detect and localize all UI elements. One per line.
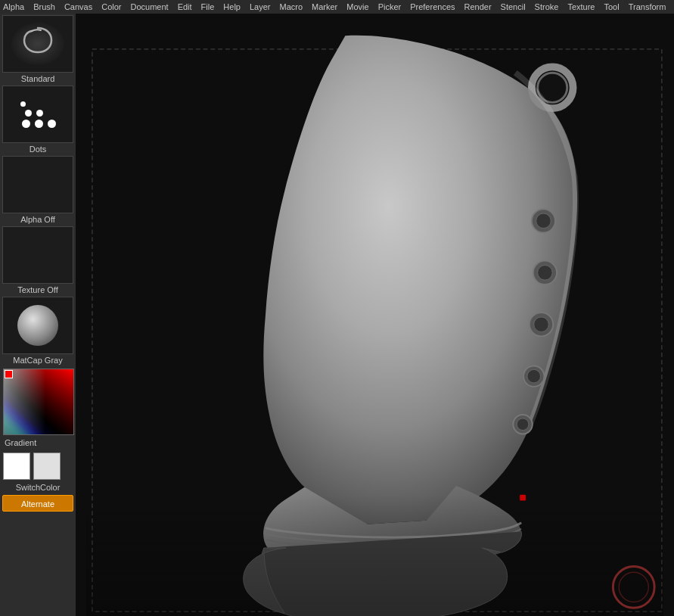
alternate-label: Alternate — [21, 499, 54, 509]
svg-point-6 — [536, 213, 551, 229]
viewport[interactable] — [76, 14, 674, 616]
menu-bar: Alpha Brush Canvas Color Document Edit F… — [0, 0, 674, 14]
brush-swirl-icon — [8, 20, 68, 67]
3d-model-viewport — [76, 14, 674, 616]
svg-point-8 — [538, 265, 553, 280]
menu-stroke[interactable]: Stroke — [535, 2, 559, 11]
menu-tool[interactable]: Tool — [604, 2, 619, 11]
menu-layer[interactable]: Layer — [250, 2, 271, 11]
svg-rect-15 — [86, 495, 663, 616]
stroke-label: Dots — [2, 143, 74, 155]
menu-brush[interactable]: Brush — [33, 2, 55, 11]
svg-rect-16 — [520, 495, 526, 501]
matcap-preview — [2, 297, 73, 354]
menu-canvas[interactable]: Canvas — [64, 2, 92, 11]
matcap-sphere-icon — [17, 305, 58, 346]
color-picker[interactable] — [3, 369, 74, 435]
menu-transform[interactable]: Transform — [629, 2, 666, 11]
menu-edit[interactable]: Edit — [178, 2, 192, 11]
alpha-preview — [2, 156, 73, 213]
switch-color-row — [2, 451, 74, 481]
menu-file[interactable]: File — [201, 2, 215, 11]
svg-point-12 — [527, 369, 541, 383]
svg-point-10 — [534, 317, 549, 332]
color-cursor — [5, 370, 13, 378]
menu-texture[interactable]: Texture — [567, 2, 595, 11]
menu-marker[interactable]: Marker — [312, 2, 337, 11]
brush-preview — [2, 15, 73, 73]
color-picker-section: Gradient — [2, 367, 74, 450]
sidebar: Standard — [0, 14, 76, 616]
gradient-label: Gradient — [3, 437, 38, 448]
matcap-label: MatCap Gray — [2, 354, 74, 366]
menu-help[interactable]: Help — [223, 2, 241, 11]
menu-document[interactable]: Document — [130, 2, 168, 11]
sidebar-item-alpha[interactable]: Alpha Off — [2, 156, 74, 226]
sidebar-item-matcap[interactable]: MatCap Gray — [2, 297, 74, 366]
menu-preferences[interactable]: Preferences — [410, 2, 455, 11]
switch-color-label: SwitchColor — [14, 482, 62, 493]
menu-macro[interactable]: Macro — [279, 2, 303, 11]
menu-picker[interactable]: Picker — [378, 2, 402, 11]
menu-movie[interactable]: Movie — [346, 2, 368, 11]
alpha-label: Alpha Off — [2, 213, 74, 226]
alternate-button[interactable]: Alternate — [2, 495, 73, 512]
dots-icon — [14, 95, 62, 134]
viewport-inner — [76, 14, 674, 616]
brush-label: Standard — [2, 73, 74, 85]
stroke-preview — [2, 86, 73, 143]
texture-preview — [2, 226, 73, 284]
sidebar-item-stroke[interactable]: Dots — [2, 86, 74, 155]
menu-color[interactable]: Color — [101, 2, 121, 11]
texture-label: Texture Off — [2, 284, 74, 296]
sidebar-item-brush[interactable]: Standard — [2, 15, 74, 85]
menu-render[interactable]: Render — [464, 2, 492, 11]
menu-stencil[interactable]: Stencil — [501, 2, 526, 11]
main-area: Standard — [0, 14, 674, 616]
menu-alpha[interactable]: Alpha — [3, 2, 24, 11]
sidebar-item-texture[interactable]: Texture Off — [2, 226, 74, 296]
secondary-color-swatch[interactable] — [33, 453, 61, 480]
svg-point-14 — [517, 418, 529, 431]
primary-color-swatch[interactable] — [3, 453, 30, 480]
